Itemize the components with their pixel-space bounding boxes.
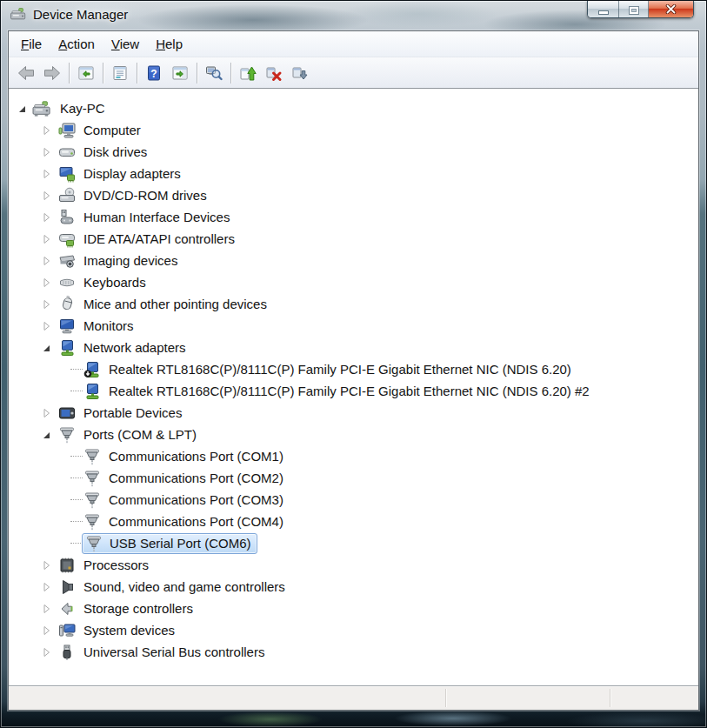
tree-item-communications-port-com3[interactable]: Communications Port (COM3) <box>10 489 698 511</box>
menu-action[interactable]: Action <box>51 34 102 54</box>
expand-arrow-icon[interactable] <box>39 210 53 224</box>
tree-item-mice-and-other-pointing-devices[interactable]: Mice and other pointing devices <box>10 293 698 315</box>
dotted-connector <box>70 478 83 478</box>
minimize-button[interactable] <box>588 1 619 17</box>
toolbar-separator <box>230 63 231 83</box>
menu-help[interactable]: Help <box>149 34 190 54</box>
sound-icon <box>57 578 77 596</box>
update-driver-icon <box>239 64 257 82</box>
tree-item-communications-port-com4[interactable]: Communications Port (COM4) <box>10 511 698 532</box>
tree-item-keyboards[interactable]: Keyboards <box>10 271 698 293</box>
tree-item-monitors[interactable]: Monitors <box>10 315 698 337</box>
expand-arrow-icon[interactable] <box>39 167 53 181</box>
dotted-connector <box>70 369 83 370</box>
tree-item-processors[interactable]: Processors <box>10 554 698 576</box>
tree-item-kay-pc[interactable]: Kay-PC <box>10 97 698 119</box>
tree-item-realtek-rtl8168c-p-8111c-p-family-pci-e-gi[interactable]: Realtek RTL8168C(P)/8111C(P) Family PCI-… <box>10 358 698 380</box>
tree-item-label: Realtek RTL8168C(P)/8111C(P) Family PCI-… <box>109 362 571 377</box>
workstation-icon <box>30 100 53 117</box>
menu-view[interactable]: View <box>104 34 146 54</box>
expand-arrow-icon[interactable] <box>39 254 53 268</box>
dotted-connector <box>70 391 83 391</box>
tree-item-human-interface-devices[interactable]: Human Interface Devices <box>10 206 698 228</box>
update-driver-button[interactable] <box>235 61 261 85</box>
expand-arrow-icon[interactable] <box>39 124 53 137</box>
disable-device-button[interactable] <box>261 61 287 85</box>
expand-arrow-icon[interactable] <box>39 189 53 203</box>
close-button[interactable] <box>649 1 693 17</box>
dotted-connector <box>70 521 83 522</box>
back-button[interactable] <box>13 61 39 85</box>
expand-arrow-icon[interactable] <box>39 602 53 616</box>
collapse-arrow-icon[interactable] <box>39 428 53 442</box>
uninstall-button[interactable] <box>287 61 313 85</box>
console-tree-button[interactable] <box>73 61 99 85</box>
collapse-arrow-icon[interactable] <box>15 102 29 116</box>
tree-item-label: Sound, video and game controllers <box>83 579 285 594</box>
tree-item-label: Processors <box>83 558 149 572</box>
collapse-arrow-icon[interactable] <box>39 341 53 355</box>
tree-item-sound-video-and-game-controllers[interactable]: Sound, video and game controllers <box>10 576 698 598</box>
tree-item-label: Communications Port (COM2) <box>109 471 283 485</box>
expand-arrow-icon[interactable] <box>39 232 53 246</box>
help-button[interactable]: ? <box>141 61 167 85</box>
serial-port-icon <box>83 470 102 487</box>
tree-item-realtek-rtl8168c-p-8111c-p-family-pci-e-gi[interactable]: Realtek RTL8168C(P)/8111C(P) Family PCI-… <box>10 380 698 402</box>
dotted-connector <box>70 456 83 457</box>
status-bar <box>9 685 698 710</box>
properties-icon <box>111 64 129 82</box>
tree-item-communications-port-com2[interactable]: Communications Port (COM2) <box>10 467 698 489</box>
disable-device-icon <box>265 64 283 82</box>
tree-item-computer[interactable]: Computer <box>10 119 698 141</box>
expand-arrow-icon[interactable] <box>39 558 53 572</box>
expand-arrow-icon[interactable] <box>39 297 53 311</box>
tree-item-label: DVD/CD-ROM drives <box>83 188 207 203</box>
tree-item-label: Kay-PC <box>60 101 105 116</box>
portable-device-icon <box>57 404 77 422</box>
close-icon <box>665 4 677 14</box>
dotted-connector <box>70 499 83 500</box>
tree-item-usb-serial-port-com6[interactable]: USB Serial Port (COM6) <box>10 532 698 554</box>
expand-arrow-icon[interactable] <box>39 319 53 333</box>
action-pane-button[interactable] <box>167 61 193 85</box>
tree-item-disk-drives[interactable]: Disk drives <box>10 141 698 163</box>
tree-item-label: Communications Port (COM4) <box>109 514 283 529</box>
expand-arrow-icon[interactable] <box>39 276 53 290</box>
forward-button[interactable] <box>39 61 65 85</box>
tree-item-label: Ports (COM & LPT) <box>83 427 197 442</box>
window-body: FileActionViewHelp ? Kay-PCComputerDisk … <box>8 30 699 711</box>
content-pane: Kay-PCComputerDisk drivesDisplay adapter… <box>9 89 698 685</box>
scan-hardware-button[interactable] <box>201 61 227 85</box>
tree-item-dvd-cd-rom-drives[interactable]: DVD/CD-ROM drives <box>10 184 698 206</box>
tree-item-label: Communications Port (COM1) <box>109 449 283 464</box>
expand-arrow-icon[interactable] <box>39 145 53 159</box>
tree-item-display-adapters[interactable]: Display adapters <box>10 163 698 184</box>
tree-item-label: Storage controllers <box>83 601 193 616</box>
tree-item-label: Network adapters <box>83 340 186 355</box>
menu-file[interactable]: File <box>14 34 49 54</box>
tree-item-universal-serial-bus-controllers[interactable]: Universal Serial Bus controllers <box>10 641 698 663</box>
tree-item-label: System devices <box>83 623 175 638</box>
tree-item-ports-com-lpt[interactable]: Ports (COM & LPT) <box>10 424 698 445</box>
status-divider <box>610 689 610 707</box>
scan-hardware-icon <box>205 64 223 82</box>
tree-item-network-adapters[interactable]: Network adapters <box>10 337 698 358</box>
maximize-button[interactable] <box>619 1 649 17</box>
tree-item-system-devices[interactable]: System devices <box>10 619 698 641</box>
properties-button[interactable] <box>107 61 133 85</box>
expand-arrow-icon[interactable] <box>39 624 53 638</box>
tree-item-storage-controllers[interactable]: Storage controllers <box>10 598 698 619</box>
menu-bar: FileActionViewHelp <box>9 31 698 57</box>
action-pane-icon <box>171 64 189 82</box>
window-controls <box>587 1 694 18</box>
expand-arrow-icon[interactable] <box>39 645 53 659</box>
tree-item-communications-port-com1[interactable]: Communications Port (COM1) <box>10 445 698 467</box>
expand-arrow-icon[interactable] <box>39 406 53 420</box>
dvd-drive-icon <box>57 187 77 204</box>
usb-controller-icon <box>57 644 77 661</box>
expand-arrow-icon[interactable] <box>39 580 53 594</box>
tree-item-ide-ata-atapi-controllers[interactable]: IDE ATA/ATAPI controllers <box>10 228 698 250</box>
tree-item-portable-devices[interactable]: Portable Devices <box>10 402 698 424</box>
console-tree-icon <box>77 64 95 82</box>
tree-item-imaging-devices[interactable]: Imaging devices <box>10 250 698 271</box>
